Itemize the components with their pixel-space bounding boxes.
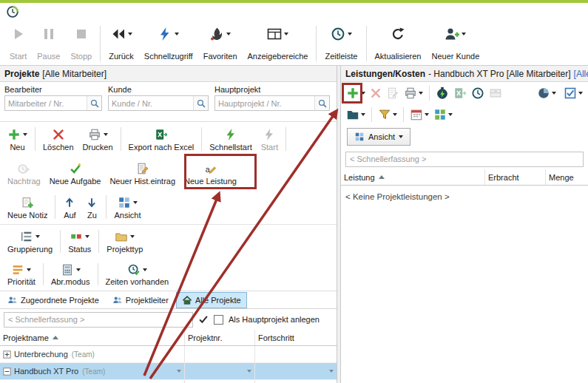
pause-button[interactable]: Pause	[32, 22, 65, 65]
start-button[interactable]: Start	[4, 22, 32, 65]
chevron-down-icon[interactable]	[348, 33, 352, 35]
chevron-down-icon[interactable]	[130, 235, 135, 238]
new-customer-button[interactable]: Neuer Kunde	[426, 22, 484, 65]
folder-filter-button[interactable]	[344, 106, 368, 123]
hauptprojekt-search-button[interactable]	[314, 96, 329, 110]
stop-button[interactable]: Stopp	[65, 22, 97, 65]
project-tabs: Zugeordnete Projekte Projektleiter Alle …	[0, 291, 337, 309]
grouping-button[interactable]: Gruppierung	[3, 226, 57, 257]
print-button[interactable]: Drucken	[78, 123, 118, 155]
chevron-down-icon[interactable]	[133, 201, 138, 204]
kunde-input[interactable]	[109, 99, 193, 108]
times-available-button[interactable]: Zeiten vorhanden	[101, 260, 174, 289]
column-header-leistung[interactable]: Leistung	[341, 169, 485, 185]
chevron-down-icon[interactable]	[425, 113, 429, 116]
chevron-down-icon[interactable]	[104, 133, 108, 136]
print-services-button[interactable]	[402, 85, 425, 101]
new-service-button[interactable]: Neue Leistung	[180, 157, 241, 189]
status-filter-button[interactable]: Status	[64, 226, 95, 257]
stopwatch-button[interactable]	[433, 85, 451, 101]
bearbeiter-input[interactable]	[5, 99, 87, 108]
chevron-down-icon[interactable]	[143, 268, 147, 271]
services-view-button[interactable]: Ansicht	[347, 128, 410, 146]
edit-service-button[interactable]	[384, 85, 402, 101]
chevron-down-icon[interactable]	[399, 135, 403, 138]
chevron-down-icon[interactable]	[448, 113, 453, 116]
filter-button[interactable]	[376, 106, 399, 123]
time-entries-button[interactable]	[469, 85, 487, 101]
chevron-down-icon[interactable]	[578, 92, 583, 95]
back-button[interactable]: Zurück	[104, 22, 139, 65]
cell-dropdown-icon[interactable]	[177, 370, 181, 373]
refresh-button[interactable]: Aktualisieren	[370, 22, 427, 65]
chevron-down-icon[interactable]	[462, 33, 466, 35]
column-header-projektname[interactable]: Projektname	[0, 330, 185, 345]
tree-expand-icon[interactable]	[3, 350, 11, 359]
table-row-unterbrechung[interactable]: Unterbrechung (Team)	[0, 346, 337, 363]
chevron-down-icon[interactable]	[76, 268, 81, 271]
chevron-down-icon[interactable]	[27, 268, 31, 271]
tab-alle-projekte[interactable]: Alle Projekte	[176, 292, 247, 308]
hauptprojekt-input[interactable]	[215, 99, 314, 108]
chevron-down-icon[interactable]	[128, 33, 132, 35]
archive-button[interactable]	[487, 85, 504, 101]
new-project-button[interactable]: Neu	[3, 123, 32, 155]
start-timer-button[interactable]: Start	[257, 123, 283, 155]
chevron-down-icon[interactable]	[361, 113, 365, 116]
expand-button[interactable]: Auf	[58, 192, 81, 223]
view-button[interactable]: Ansicht	[109, 192, 145, 223]
new-history-entry-button[interactable]: Neuer Hist.eintrag	[105, 157, 180, 189]
bearbeiter-search-button[interactable]	[87, 96, 101, 110]
kunde-search-button[interactable]	[193, 96, 208, 110]
chevron-down-icon[interactable]	[393, 113, 397, 116]
checklist-button[interactable]	[561, 85, 585, 101]
delete-service-button[interactable]	[368, 86, 384, 101]
collapse-button[interactable]: Zu	[81, 192, 103, 223]
statistics-button[interactable]	[535, 85, 558, 101]
tab-zugeordnete-projekte[interactable]: Zugeordnete Projekte	[1, 292, 105, 308]
display-areas-button[interactable]: Anzeigebereiche	[243, 22, 314, 65]
confirm-check-icon[interactable]	[198, 314, 209, 325]
new-task-button[interactable]: Neue Aufgabe	[45, 157, 106, 189]
pause-button-label: Pause	[37, 52, 60, 61]
chevron-down-icon[interactable]	[552, 92, 556, 95]
tree-collapse-icon[interactable]	[3, 367, 11, 376]
toolbar-separator	[371, 107, 372, 122]
project-type-button[interactable]: Projekttyp	[102, 226, 147, 257]
priority-button[interactable]: Priorität	[3, 260, 40, 289]
column-header-fortschritt[interactable]: Fortschritt	[255, 330, 337, 345]
delete-button[interactable]: Löschen	[38, 123, 78, 155]
chevron-down-icon[interactable]	[85, 235, 89, 238]
new-note-button[interactable]: Neue Notiz	[3, 192, 52, 223]
cell-dropdown-icon[interactable]	[247, 370, 251, 373]
hauptprojekt-checkbox[interactable]	[214, 315, 223, 325]
column-header-erbracht[interactable]: Erbracht	[485, 169, 546, 185]
cell-dropdown-icon[interactable]	[329, 370, 334, 373]
nachtrag-button[interactable]: Nachtrag	[3, 157, 45, 189]
table-row-handbuch-xt-pro-selected[interactable]: Handbuch XT Pro (Team)	[0, 363, 337, 380]
new-service-entry-button[interactable]	[344, 85, 368, 101]
export-excel-button[interactable]: Export nach Excel	[124, 123, 199, 155]
export-services-excel-button[interactable]	[451, 85, 469, 101]
chevron-down-icon[interactable]	[284, 33, 288, 35]
chevron-down-icon[interactable]	[419, 92, 423, 95]
chevron-down-icon[interactable]	[23, 133, 27, 136]
quick-access-button[interactable]: Schnellzugriff	[139, 22, 198, 65]
timeline-button[interactable]: Zeitleiste	[320, 22, 362, 65]
column-header-projektnr[interactable]: Projektnr.	[185, 330, 255, 345]
column-header-menge[interactable]: Menge	[546, 169, 588, 185]
chevron-down-icon[interactable]	[36, 235, 40, 238]
chevron-down-icon[interactable]	[175, 33, 179, 35]
quick-entry-input[interactable]	[4, 312, 193, 328]
table-row-kapitel[interactable]: Kapitel "Konfiguration"	[0, 380, 337, 383]
scope-filter-link[interactable]: [Alles]	[574, 69, 588, 79]
services-quick-entry-input[interactable]	[345, 152, 584, 167]
quickstart-button[interactable]: Schnellstart	[205, 123, 256, 155]
chevron-down-icon[interactable]	[226, 33, 231, 35]
category-blocks-button[interactable]	[431, 106, 455, 123]
chevron-down-icon[interactable]	[361, 92, 365, 95]
billing-mode-button[interactable]: Abr.modus	[47, 260, 95, 289]
favorites-button[interactable]: Favoriten	[198, 22, 243, 65]
tab-projektleiter[interactable]: Projektleiter	[107, 292, 175, 308]
period-calendar-button[interactable]	[408, 106, 431, 123]
